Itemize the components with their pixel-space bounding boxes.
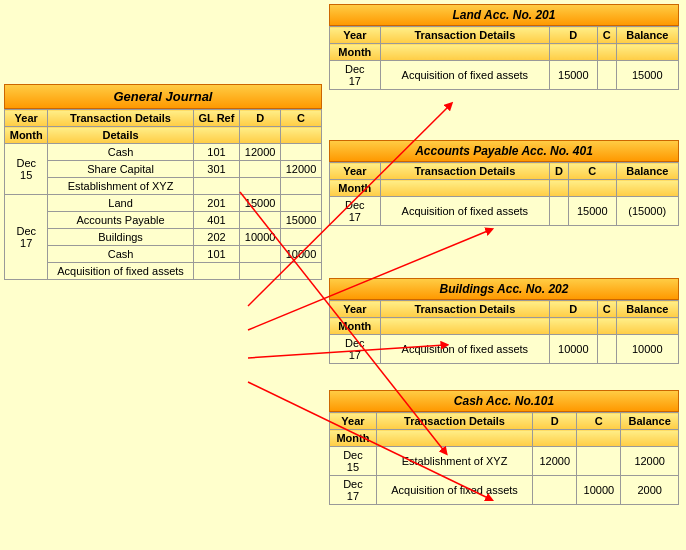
table-row: Dec17 Land 201 15000 (5, 195, 322, 212)
lap-subheader-details (380, 180, 549, 197)
ll-subheader-c (597, 44, 616, 61)
lc-cell-details2: Acquisition of fixed assets (376, 476, 532, 505)
lc-cell-balance2: 2000 (621, 476, 679, 505)
lb-subheader-balance (616, 318, 678, 335)
gj-cell-details-sharecap: Share Capital (48, 161, 193, 178)
gj-cell-gl-401: 401 (193, 212, 240, 229)
gj-cell-details-estxyz: Establishment of XYZ (48, 178, 193, 195)
gj-cell-d-empty2 (240, 178, 281, 195)
gj-cell-details-ap: Accounts Payable (48, 212, 193, 229)
ledger-ap-title: Accounts Payable Acc. No. 401 (329, 140, 679, 162)
lap-subheader-c (568, 180, 616, 197)
lb-cell-details: Acquisition of fixed assets (380, 335, 549, 364)
ll-subheader-d (550, 44, 598, 61)
lb-header-details: Transaction Details (380, 301, 549, 318)
gj-cell-year-dec17: Dec17 (5, 195, 48, 280)
lc-cell-c1 (577, 447, 621, 476)
lap-subheader-d (550, 180, 569, 197)
table-row: Accounts Payable 401 15000 (5, 212, 322, 229)
ledger-ap-table: Year Transaction Details D C Balance Mon… (329, 162, 679, 226)
gj-cell-gl-empty1 (193, 178, 240, 195)
table-row: Dec17 Acquisition of fixed assets 15000 … (330, 61, 679, 90)
lb-cell-year: Dec17 (330, 335, 381, 364)
lap-header-balance: Balance (616, 163, 678, 180)
lc-header-c: C (577, 413, 621, 430)
gj-cell-d-10000: 10000 (240, 229, 281, 246)
lc-subheader-month: Month (330, 430, 377, 447)
gj-cell-details-cash: Cash (48, 144, 193, 161)
table-row: Dec15 Establishment of XYZ 12000 12000 (330, 447, 679, 476)
ledger-buildings-title: Buildings Acc. No. 202 (329, 278, 679, 300)
table-row: Acquisition of fixed assets (5, 263, 322, 280)
gj-cell-c-empty1 (281, 144, 322, 161)
gj-cell-c-empty5 (281, 263, 322, 280)
ll-cell-c (597, 61, 616, 90)
gj-subheader-month: Month (5, 127, 48, 144)
general-journal: General Journal Year Transaction Details… (4, 84, 322, 280)
ll-subheader-details (380, 44, 549, 61)
gj-cell-c-10000: 10000 (281, 246, 322, 263)
gj-cell-details-buildings: Buildings (48, 229, 193, 246)
lb-header-balance: Balance (616, 301, 678, 318)
lc-header-d: D (533, 413, 577, 430)
table-row: Share Capital 301 12000 (5, 161, 322, 178)
gj-cell-d-empty4 (240, 246, 281, 263)
lap-cell-c: 15000 (568, 197, 616, 226)
lap-header-d: D (550, 163, 569, 180)
table-row: Dec17 Acquisition of fixed assets 15000 … (330, 197, 679, 226)
lb-subheader-d (550, 318, 598, 335)
gj-cell-d-15000: 15000 (240, 195, 281, 212)
gj-cell-gl-101a: 101 (193, 144, 240, 161)
ledger-buildings-table: Year Transaction Details D C Balance Mon… (329, 300, 679, 364)
table-row: Cash 101 10000 (5, 246, 322, 263)
ledger-cash: Cash Acc. No.101 Year Transaction Detail… (329, 390, 679, 505)
gj-header-gl: GL Ref (193, 110, 240, 127)
gj-cell-c-15000: 15000 (281, 212, 322, 229)
ll-header-d: D (550, 27, 598, 44)
lc-cell-c2: 10000 (577, 476, 621, 505)
ll-header-details: Transaction Details (380, 27, 549, 44)
gj-cell-gl-101b: 101 (193, 246, 240, 263)
table-row: Dec17 Acquisition of fixed assets 10000 … (330, 476, 679, 505)
ll-subheader-balance (616, 44, 678, 61)
ll-subheader-month: Month (330, 44, 381, 61)
ledger-land-title: Land Acc. No. 201 (329, 4, 679, 26)
ledger-land: Land Acc. No. 201 Year Transaction Detai… (329, 4, 679, 90)
lap-cell-d (550, 197, 569, 226)
gj-cell-details-land: Land (48, 195, 193, 212)
lb-cell-d: 10000 (550, 335, 598, 364)
lb-header-d: D (550, 301, 598, 318)
lb-cell-balance: 10000 (616, 335, 678, 364)
ll-cell-d: 15000 (550, 61, 598, 90)
lap-header-details: Transaction Details (380, 163, 549, 180)
gj-subheader-c (281, 127, 322, 144)
gj-subheader-details: Details (48, 127, 193, 144)
gj-cell-gl-301: 301 (193, 161, 240, 178)
gj-cell-d-empty1 (240, 161, 281, 178)
gj-cell-d-empty5 (240, 263, 281, 280)
table-row: Buildings 202 10000 (5, 229, 322, 246)
lc-cell-details1: Establishment of XYZ (376, 447, 532, 476)
lc-header-details: Transaction Details (376, 413, 532, 430)
lb-subheader-month: Month (330, 318, 381, 335)
lc-subheader-balance (621, 430, 679, 447)
gj-cell-details-acqfixed: Acquisition of fixed assets (48, 263, 193, 280)
ll-cell-balance: 15000 (616, 61, 678, 90)
lc-cell-year1: Dec15 (330, 447, 377, 476)
lb-subheader-c (597, 318, 616, 335)
lc-cell-year2: Dec17 (330, 476, 377, 505)
lc-cell-d2 (533, 476, 577, 505)
lc-subheader-c (577, 430, 621, 447)
gj-cell-c-empty4 (281, 229, 322, 246)
lb-header-year: Year (330, 301, 381, 318)
lb-header-c: C (597, 301, 616, 318)
ledger-cash-table: Year Transaction Details D C Balance Mon… (329, 412, 679, 505)
lc-subheader-d (533, 430, 577, 447)
gj-header-d: D (240, 110, 281, 127)
lc-subheader-details (376, 430, 532, 447)
ledger-buildings: Buildings Acc. No. 202 Year Transaction … (329, 278, 679, 364)
ll-header-year: Year (330, 27, 381, 44)
ll-header-c: C (597, 27, 616, 44)
gj-cell-d-empty3 (240, 212, 281, 229)
gj-header-details: Transaction Details (48, 110, 193, 127)
